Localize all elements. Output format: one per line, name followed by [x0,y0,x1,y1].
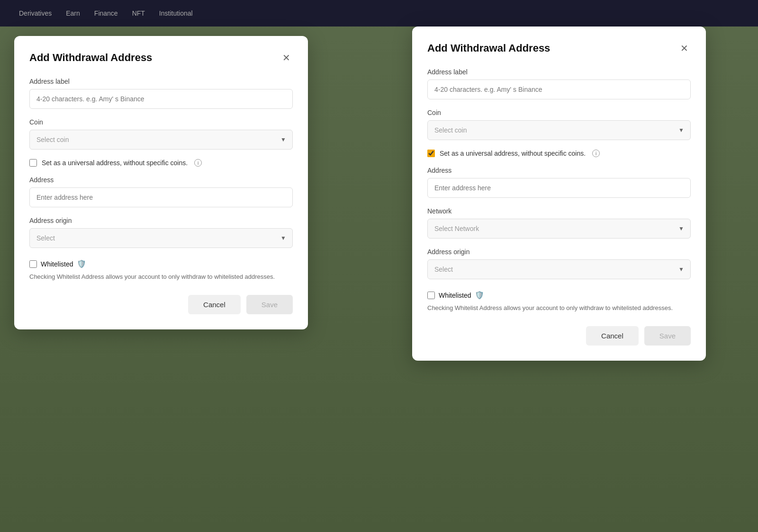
right-coin-select[interactable]: Select coin [427,120,691,140]
left-address-label-group: Address label [29,78,293,109]
right-origin-select-wrapper: Select ▼ [427,259,691,279]
right-network-group: Network Select Network ▼ [427,207,691,239]
left-address-group: Address [29,176,293,207]
right-coin-group: Coin Select coin ▼ [427,109,691,140]
right-address-label: Address [427,167,691,174]
left-whitelist-checkbox[interactable] [29,260,37,268]
left-origin-group: Address origin Select ▼ [29,217,293,248]
right-address-label-text: Address label [427,68,691,76]
right-coin-select-wrapper: Select coin ▼ [427,120,691,140]
left-whitelist-desc: Checking Whitelist Address allows your a… [29,272,293,282]
right-modal-title: Add Withdrawal Address [427,42,550,54]
right-origin-label: Address origin [427,248,691,256]
right-address-group: Address [427,167,691,198]
right-whitelist-checkbox[interactable] [427,292,435,299]
navbar: Derivatives Earn Finance NFT Institution… [0,0,758,27]
right-whitelist-section: Whitelisted 🛡️ Checking Whitelist Addres… [427,291,691,313]
right-universal-checkbox[interactable] [427,150,435,157]
right-address-input[interactable] [427,178,691,198]
left-address-input[interactable] [29,187,293,207]
left-universal-info-icon[interactable]: i [194,159,202,167]
nav-institutional[interactable]: Institutional [159,9,193,17]
left-whitelist-label[interactable]: Whitelisted [41,260,73,268]
nav-earn[interactable]: Earn [66,9,80,17]
left-whitelist-row: Whitelisted 🛡️ [29,259,293,268]
right-origin-group: Address origin Select ▼ [427,248,691,279]
left-cancel-button[interactable]: Cancel [188,295,241,314]
left-coin-select[interactable]: Select coin [29,130,293,150]
left-coin-select-wrapper: Select coin ▼ [29,130,293,150]
left-modal-wrapper: Add Withdrawal Address ✕ Address label C… [0,27,322,532]
left-modal: Add Withdrawal Address ✕ Address label C… [14,36,308,329]
right-address-label-group: Address label [427,68,691,99]
right-universal-label[interactable]: Set as a universal address, without spec… [440,150,586,157]
right-modal-footer: Cancel Save [427,326,691,346]
right-modal-wrapper: Add Withdrawal Address ✕ Address label C… [398,27,720,532]
right-cancel-button[interactable]: Cancel [586,326,639,346]
right-modal: Add Withdrawal Address ✕ Address label C… [412,27,706,361]
left-origin-select-wrapper: Select ▼ [29,228,293,248]
left-universal-checkbox[interactable] [29,159,37,167]
right-universal-info-icon[interactable]: i [592,150,600,157]
right-origin-select[interactable]: Select [427,259,691,279]
right-network-select-wrapper: Select Network ▼ [427,219,691,239]
right-shield-icon: 🛡️ [475,291,484,300]
left-address-label-input[interactable] [29,89,293,109]
left-modal-close-button[interactable]: ✕ [280,51,293,64]
right-whitelist-desc: Checking Whitelist Address allows your a… [427,303,691,313]
right-modal-close-button[interactable]: ✕ [677,42,691,55]
nav-nft[interactable]: NFT [132,9,145,17]
left-coin-label: Coin [29,118,293,126]
left-origin-label: Address origin [29,217,293,224]
right-coin-label: Coin [427,109,691,116]
left-save-button[interactable]: Save [246,295,293,314]
left-shield-icon: 🛡️ [77,259,86,268]
left-universal-checkbox-row: Set as a universal address, without spec… [29,159,293,167]
left-modal-footer: Cancel Save [29,295,293,314]
nav-derivatives[interactable]: Derivatives [19,9,52,17]
right-universal-checkbox-row: Set as a universal address, without spec… [427,150,691,157]
right-save-button[interactable]: Save [644,326,691,346]
left-address-label: Address [29,176,293,184]
right-modal-header: Add Withdrawal Address ✕ [427,42,691,55]
right-whitelist-label[interactable]: Whitelisted [439,292,471,299]
left-coin-group: Coin Select coin ▼ [29,118,293,150]
right-network-select[interactable]: Select Network [427,219,691,239]
left-whitelist-section: Whitelisted 🛡️ Checking Whitelist Addres… [29,259,293,282]
left-address-label-text: Address label [29,78,293,85]
left-modal-header: Add Withdrawal Address ✕ [29,51,293,64]
right-network-label: Network [427,207,691,215]
nav-finance[interactable]: Finance [94,9,118,17]
left-modal-title: Add Withdrawal Address [29,52,152,64]
left-origin-select[interactable]: Select [29,228,293,248]
right-address-label-input[interactable] [427,80,691,99]
left-universal-label[interactable]: Set as a universal address, without spec… [42,159,188,167]
right-whitelist-row: Whitelisted 🛡️ [427,291,691,300]
